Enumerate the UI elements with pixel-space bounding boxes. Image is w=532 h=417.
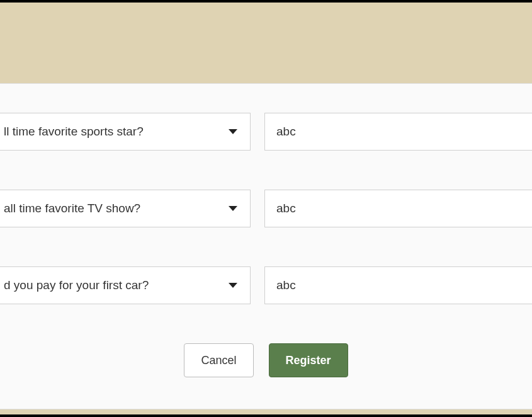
chevron-down-icon: [229, 129, 237, 134]
button-row: Cancel Register: [0, 343, 532, 377]
security-answer-input-1[interactable]: [264, 113, 532, 151]
question-row-2: all time favorite TV show?: [0, 190, 532, 227]
header-band: [0, 3, 532, 83]
security-answer-input-2[interactable]: [264, 190, 532, 227]
security-question-select-1[interactable]: ll time favorite sports star?: [0, 113, 251, 151]
question-row-1: ll time favorite sports star?: [0, 113, 532, 151]
cancel-button[interactable]: Cancel: [184, 343, 253, 377]
select-text: ll time favorite sports star?: [4, 125, 144, 139]
chevron-down-icon: [229, 206, 237, 211]
security-question-select-2[interactable]: all time favorite TV show?: [0, 190, 251, 227]
select-text: all time favorite TV show?: [4, 202, 140, 215]
question-row-3: d you pay for your first car?: [0, 266, 532, 304]
security-answer-input-3[interactable]: [264, 266, 532, 304]
register-button[interactable]: Register: [269, 343, 348, 377]
security-question-select-3[interactable]: d you pay for your first car?: [0, 266, 251, 304]
security-questions-form: ll time favorite sports star? all time f…: [0, 83, 532, 409]
footer-band: [0, 409, 532, 414]
chevron-down-icon: [229, 283, 237, 288]
select-text: d you pay for your first car?: [4, 278, 149, 292]
